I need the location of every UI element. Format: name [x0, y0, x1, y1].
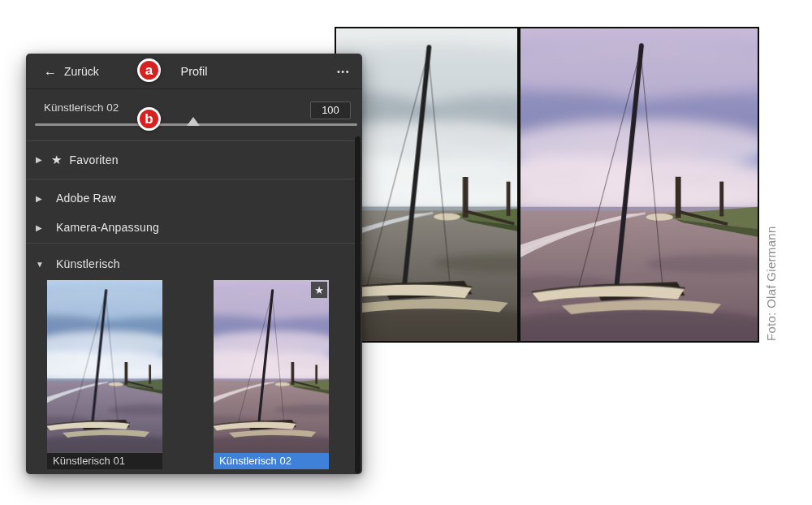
annotation-letter: b: [145, 112, 153, 126]
favorite-badge[interactable]: ★: [311, 282, 327, 298]
section-label: Kamera-Anpassung: [56, 221, 159, 234]
section-label: Favoriten: [69, 153, 118, 166]
photo-after: [520, 28, 758, 341]
photo-before: [336, 28, 517, 341]
profile-label: Künstlerisch 01: [47, 453, 162, 469]
annotation-letter: a: [145, 63, 153, 77]
disclosure-triangle-icon: ▶: [36, 155, 47, 164]
scrollbar-thumb[interactable]: [355, 136, 361, 473]
more-options-button[interactable]: •••: [337, 63, 350, 80]
back-label: Zurück: [64, 65, 99, 78]
section-kuenstlerisch[interactable]: ▼ Künstlerisch: [26, 246, 362, 282]
profile-label-selected: Künstlerisch 02: [214, 453, 329, 469]
divider: [26, 179, 362, 179]
profile-thumbnail-image: [47, 280, 162, 453]
photo-comparison: [335, 27, 759, 343]
amount-slider-label: Künstlerisch 02: [44, 101, 119, 114]
profile-panel: ← Zurück Profil ••• Künstlerisch 02 100 …: [26, 54, 362, 474]
page: Foto: Olaf Giermann ← Zurück Profil ••• …: [0, 0, 812, 505]
panel-title: Profil: [180, 65, 207, 78]
profile-kuenstlerisch-02[interactable]: ★ Künstlerisch 02: [214, 280, 329, 469]
profile-thumbnail: [47, 280, 162, 453]
annotation-b: b: [137, 107, 161, 131]
back-arrow-icon: ←: [44, 65, 57, 78]
profile-thumbnail: ★: [214, 280, 329, 453]
photo-after-image: [520, 28, 758, 341]
section-adobe-raw[interactable]: ▶ Adobe Raw: [26, 183, 362, 213]
disclosure-triangle-icon: ▶: [36, 223, 47, 232]
profile-thumbnail-image: [214, 280, 329, 453]
ellipsis-icon: •••: [337, 67, 350, 76]
panel-header: ← Zurück Profil •••: [26, 54, 362, 89]
disclosure-triangle-icon: ▼: [36, 260, 47, 269]
annotation-a: a: [137, 58, 161, 82]
disclosure-triangle-icon: ▶: [36, 194, 47, 203]
photo-credit: Foto: Olaf Giermann: [764, 214, 778, 341]
section-label: Adobe Raw: [56, 192, 116, 205]
amount-value-input[interactable]: 100: [310, 101, 351, 119]
profile-kuenstlerisch-01[interactable]: Künstlerisch 01: [47, 280, 162, 469]
section-favoriten[interactable]: ▶ ★ Favoriten: [26, 140, 362, 179]
star-icon: ★: [51, 153, 62, 166]
divider: [26, 243, 362, 244]
amount-slider-block: Künstlerisch 02 100: [26, 89, 362, 140]
star-icon: ★: [314, 285, 324, 296]
photo-before-image: [336, 28, 517, 341]
amount-slider-thumb[interactable]: [187, 117, 200, 126]
section-label: Künstlerisch: [56, 257, 120, 270]
back-button[interactable]: ← Zurück: [44, 65, 99, 78]
section-kamera-anpassung[interactable]: ▶ Kamera-Anpassung: [26, 213, 362, 242]
